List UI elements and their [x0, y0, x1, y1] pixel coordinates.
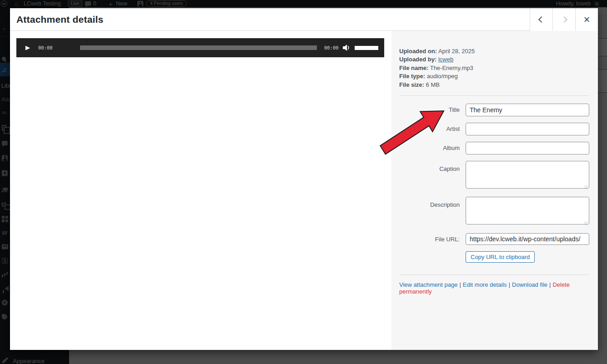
previous-attachment-button[interactable]: [530, 8, 552, 31]
album-input[interactable]: [466, 142, 589, 155]
play-button[interactable]: ▶: [25, 38, 35, 57]
title-input[interactable]: [466, 104, 589, 116]
attachment-details-modal: Attachment details × ▶ 00:00 00:00: [10, 8, 598, 350]
current-time: 00:00: [38, 38, 53, 57]
attachment-actions: View attachment page|Edit more details|D…: [399, 281, 589, 295]
edit-more-details-link[interactable]: Edit more details: [463, 281, 507, 288]
modal-header: Attachment details ×: [10, 8, 598, 31]
artist-label: Artist: [399, 123, 466, 135]
mute-button[interactable]: [342, 44, 351, 53]
chevron-left-icon: [538, 16, 544, 23]
download-file-link[interactable]: Download file: [512, 281, 547, 288]
divider: [399, 95, 589, 96]
copy-url-button[interactable]: Copy URL to clipboard: [466, 251, 535, 263]
description-textarea[interactable]: [466, 197, 589, 224]
uploader-link[interactable]: lcweb: [438, 56, 453, 63]
screen: W ⌂ LCweb Testing Live 0 + New 4 Pending…: [0, 0, 607, 364]
uploaded-on-row: Uploaded on: April 28, 2025: [399, 47, 589, 55]
attachment-details-panel: Uploaded on: April 28, 2025 Uploaded by:…: [391, 31, 598, 350]
file-url-input[interactable]: [466, 233, 589, 245]
view-attachment-page-link[interactable]: View attachment page: [399, 281, 457, 288]
speaker-icon: [342, 44, 351, 51]
close-icon: ×: [583, 14, 590, 25]
modal-title: Attachment details: [10, 8, 598, 31]
next-attachment-button-disabled[interactable]: [552, 8, 575, 31]
caption-textarea[interactable]: [466, 161, 589, 189]
description-label: Description: [399, 197, 466, 226]
attachment-form: Title Artist Album Caption: [399, 104, 589, 263]
duration-time: 00:00: [324, 38, 339, 57]
file-size-row: File size: 6 MB: [399, 81, 589, 89]
title-label: Title: [399, 104, 466, 116]
uploaded-by-row: Uploaded by: lcweb: [399, 55, 589, 64]
caption-label: Caption: [399, 161, 466, 190]
media-preview-area: ▶ 00:00 00:00: [10, 31, 391, 350]
album-label: Album: [399, 142, 466, 155]
artist-input[interactable]: [466, 123, 589, 135]
close-modal-button[interactable]: ×: [575, 8, 598, 31]
attachment-info: Uploaded on: April 28, 2025 Uploaded by:…: [399, 47, 589, 89]
divider: [399, 274, 589, 275]
volume-slider[interactable]: [355, 46, 378, 50]
file-url-label: File URL:: [399, 233, 466, 246]
file-name-row: File name: The-Enemy.mp3: [399, 64, 589, 72]
progress-bar[interactable]: [80, 45, 317, 50]
chevron-right-icon: [561, 16, 567, 23]
audio-player: ▶ 00:00 00:00: [16, 38, 384, 57]
file-type-row: File type: audio/mpeg: [399, 72, 589, 80]
